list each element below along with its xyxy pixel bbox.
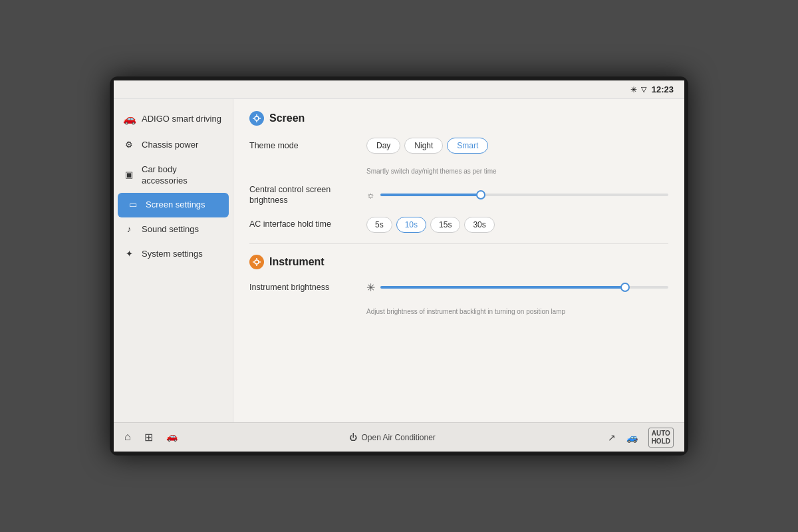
- chassis-icon: ⚙: [123, 140, 135, 151]
- sidebar-item-sound[interactable]: ♪ Sound settings: [114, 217, 233, 242]
- sidebar-label-sound: Sound settings: [142, 224, 223, 235]
- sidebar: 🚗 ADIGO smart driving ⚙ Chassis power ▣ …: [114, 99, 233, 422]
- section-divider: [249, 243, 668, 244]
- ac-hold-time-control: 5s 10s 15s 30s: [366, 217, 668, 233]
- theme-mode-label: Theme mode: [249, 140, 356, 151]
- ac-hold-time-label: AC interface hold time: [249, 219, 356, 229]
- time-5s-button[interactable]: 5s: [366, 217, 392, 233]
- settings-panel: Screen Theme mode Day Night Smart Smartl…: [233, 99, 684, 422]
- instrument-brightness-label: Instrument brightness: [249, 282, 356, 293]
- screen-brightness-thumb: [476, 190, 485, 200]
- sidebar-label-system: System settings: [142, 249, 223, 260]
- taskbar-left: ⌂ ⊞ 🚗: [124, 431, 178, 444]
- theme-day-button[interactable]: Day: [366, 138, 400, 154]
- screen-brightness-track[interactable]: [380, 194, 668, 196]
- sidebar-item-adigo[interactable]: 🚗 ADIGO smart driving: [114, 106, 233, 133]
- theme-buttons: Day Night Smart: [366, 138, 488, 154]
- status-bar: ✳ ▽ 12:23: [114, 80, 684, 99]
- taskbar-right: ↗ 🚙 AUTOHOLD: [608, 428, 674, 448]
- clock: 12:23: [652, 84, 674, 94]
- auto-hold-label: AUTOHOLD: [652, 430, 670, 445]
- svg-point-0: [255, 116, 259, 120]
- instrument-section-title: Instrument: [269, 256, 325, 268]
- brightness-low-icon: ☼: [366, 190, 375, 200]
- instrument-brightness-control: ✳: [366, 281, 668, 294]
- instrument-brightness-icon: ✳: [366, 281, 375, 294]
- wifi-icon: ▽: [641, 85, 646, 94]
- sidebar-item-screen[interactable]: ▭ Screen settings: [118, 193, 229, 217]
- screen-brightness-label: Central control screen brightness: [249, 184, 356, 206]
- bluetooth-icon: ✳: [630, 85, 637, 94]
- main-content: 🚗 ADIGO smart driving ⚙ Chassis power ▣ …: [114, 99, 684, 422]
- theme-mode-row: Theme mode Day Night Smart: [249, 138, 668, 154]
- status-icons: ✳ ▽: [630, 85, 646, 94]
- auto-hold-button[interactable]: AUTOHOLD: [648, 428, 674, 448]
- car-infotainment-screen: ✳ ▽ 12:23 🚗 ADIGO smart driving ⚙ Chassi…: [110, 76, 688, 456]
- sidebar-label-chassis: Chassis power: [142, 140, 223, 151]
- system-icon: ✦: [123, 249, 135, 260]
- instrument-brightness-track[interactable]: [380, 286, 668, 289]
- home-icon[interactable]: ⌂: [124, 431, 131, 444]
- taskbar-center: ⏻ Open Air Conditioner: [349, 433, 435, 442]
- theme-night-button[interactable]: Night: [404, 138, 443, 154]
- carbody-icon: ▣: [123, 170, 135, 181]
- sidebar-item-chassis[interactable]: ⚙ Chassis power: [114, 133, 233, 158]
- sidebar-item-carbody[interactable]: ▣ Car body accessories: [114, 158, 233, 194]
- time-buttons: 5s 10s 15s 30s: [366, 217, 495, 233]
- time-30s-button[interactable]: 30s: [464, 217, 494, 233]
- ac-label[interactable]: Open Air Conditioner: [361, 433, 435, 442]
- ac-hold-time-row: AC interface hold time 5s 10s 15s 30s: [249, 217, 668, 233]
- screen-section-title: Screen: [269, 112, 305, 124]
- screen-icon: ▭: [127, 200, 139, 211]
- car-side-icon[interactable]: 🚙: [626, 432, 638, 443]
- instrument-brightness-row: Instrument brightness ✳: [249, 281, 668, 294]
- sidebar-label-screen: Screen settings: [146, 200, 219, 211]
- instrument-section-header: Instrument: [249, 255, 668, 269]
- theme-mode-control: Day Night Smart: [366, 138, 668, 154]
- sound-icon: ♪: [123, 224, 135, 235]
- sidebar-item-system[interactable]: ✦ System settings: [114, 242, 233, 267]
- screen-section-header: Screen: [249, 111, 668, 126]
- screen-brightness-row: Central control screen brightness ☼: [249, 184, 668, 206]
- ac-power-icon: ⏻: [349, 433, 357, 442]
- adigo-icon: 🚗: [123, 112, 135, 126]
- instrument-brightness-block: Instrument brightness ✳ Adjust brightnes…: [249, 281, 668, 317]
- car-front-icon[interactable]: 🚗: [166, 431, 178, 444]
- screen-brightness-control: ☼: [366, 190, 668, 200]
- sidebar-label-adigo: ADIGO smart driving: [142, 114, 223, 125]
- theme-hint: Smartly switch day/night themes as per t…: [366, 168, 497, 175]
- instrument-brightness-fill: [380, 286, 625, 289]
- svg-point-5: [255, 260, 259, 264]
- grid-icon[interactable]: ⊞: [144, 431, 153, 444]
- route-icon[interactable]: ↗: [608, 432, 616, 443]
- instrument-brightness-hint: Adjust brightness of instrument backligh…: [366, 308, 565, 315]
- theme-mode-block: Theme mode Day Night Smart Smartly switc…: [249, 138, 668, 176]
- time-15s-button[interactable]: 15s: [430, 217, 460, 233]
- instrument-brightness-thumb: [620, 283, 630, 292]
- taskbar: ⌂ ⊞ 🚗 ⏻ Open Air Conditioner ↗ 🚙 AUTOHOL…: [114, 422, 684, 452]
- instrument-section-icon: [249, 255, 264, 269]
- screen-section-icon: [249, 111, 264, 126]
- screen-brightness-fill: [380, 194, 481, 196]
- theme-smart-button[interactable]: Smart: [447, 138, 488, 154]
- sidebar-label-carbody: Car body accessories: [142, 164, 223, 187]
- time-10s-button[interactable]: 10s: [396, 217, 426, 233]
